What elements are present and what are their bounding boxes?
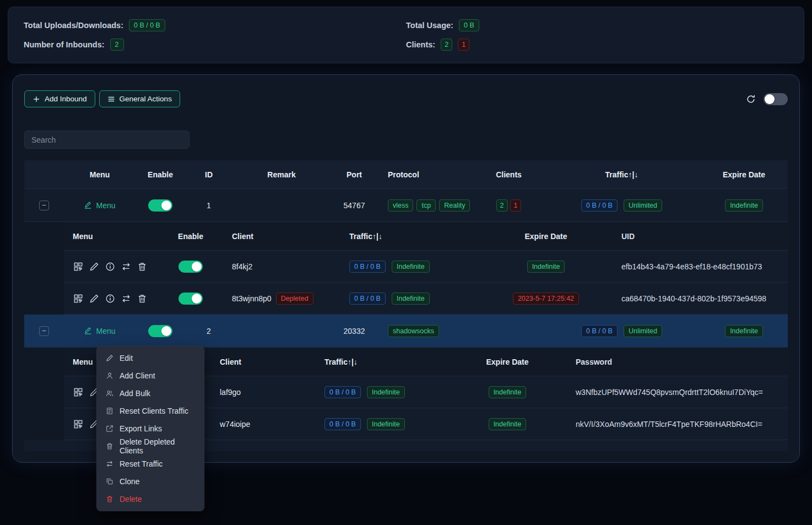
- header-traffic-sort[interactable]: Traffic↑|↓: [543, 160, 700, 188]
- inbound-menu-button[interactable]: Menu: [84, 327, 115, 335]
- traffic-limit-badge: Unlimited: [624, 199, 662, 212]
- enable-cell: [166, 283, 215, 314]
- header-traffic-sort[interactable]: Traffic↑|↓: [315, 348, 452, 376]
- info-icon[interactable]: [105, 261, 116, 273]
- clients-cell: 2 1: [474, 189, 543, 221]
- inbound-menu-button[interactable]: Menu: [84, 201, 115, 210]
- clients-depleted-badge: 1: [458, 39, 469, 51]
- qr-code-icon[interactable]: [73, 418, 84, 430]
- menu-item-reset-traffic[interactable]: Reset Traffic: [96, 455, 204, 473]
- menu-item-edit[interactable]: Edit: [96, 349, 204, 367]
- password-cell: w3NfbzUPf5WWd745Q8pvsmQrdrttT2lO6knuI7Di…: [562, 376, 788, 408]
- traffic-value-badge: 0 B / 0 B: [324, 418, 361, 430]
- clients-total-badge: 2: [496, 199, 508, 212]
- client-name-cell: 8t3wjnn8p0 Depleted: [215, 283, 334, 314]
- expire-badge: Indefinite: [725, 325, 763, 337]
- enable-toggle[interactable]: [148, 199, 172, 212]
- clients-depleted-badge: 1: [510, 199, 522, 212]
- add-inbound-button[interactable]: Add Inbound: [24, 90, 95, 107]
- reset-traffic-icon[interactable]: [121, 293, 132, 305]
- menu-item-export-links[interactable]: Export Links: [96, 420, 204, 437]
- xui-panel-page: Total Uploads/Downloads: 0 B / 0 B Total…: [0, 7, 812, 463]
- menu-item-label: Add Client: [120, 371, 155, 380]
- inbound-row: − Menu 1 54767 vless tcp Reality: [24, 189, 788, 222]
- clients-cell: [474, 315, 543, 347]
- protocol-badge: shadowsocks: [388, 325, 439, 337]
- traffic-cell: 0 B / 0 B Indefinite: [334, 251, 483, 282]
- traffic-limit-badge: Indefinite: [392, 261, 430, 273]
- delete-client-icon[interactable]: [137, 261, 148, 273]
- menu-item-add-bulk[interactable]: Add Bulk: [96, 385, 204, 402]
- delete-depleted-clients-icon: [106, 442, 113, 450]
- header-traffic-sort[interactable]: Traffic↑|↓: [334, 222, 483, 250]
- general-actions-label: General Actions: [120, 95, 172, 103]
- client-actions-cell: [64, 251, 166, 282]
- client-name: 8f4kj2: [232, 262, 252, 271]
- remark-cell: [232, 315, 331, 347]
- menu-item-delete-depleted-clients[interactable]: Delete Depleted Clients: [96, 437, 204, 455]
- search-input[interactable]: [24, 131, 190, 149]
- uploads-downloads-label: Total Uploads/Downloads:: [24, 21, 123, 30]
- menu-bars-icon: [107, 95, 115, 103]
- client-table-vless: Menu Enable Client Traffic↑|↓ Expire Dat…: [64, 222, 788, 315]
- client-name-cell: 8f4kj2: [215, 251, 334, 282]
- id-cell: 2: [185, 315, 232, 347]
- client-name: 8t3wjnn8p0: [232, 294, 272, 303]
- expire-cell: Indefinite: [700, 189, 788, 221]
- traffic-value-badge: 0 B / 0 B: [581, 199, 618, 212]
- remark-cell: [232, 189, 331, 221]
- menu-cell: Menu: [64, 189, 136, 221]
- stat-clients: Clients: 2 1: [406, 39, 788, 51]
- edit-client-icon[interactable]: [89, 293, 100, 305]
- add-inbound-label: Add Inbound: [45, 95, 87, 103]
- theme-toggle[interactable]: [764, 93, 788, 105]
- header-enable: Enable: [136, 160, 185, 188]
- client-name: laf9go: [220, 388, 241, 397]
- header-clients: Clients: [474, 160, 543, 188]
- traffic-limit-badge: Indefinite: [367, 418, 405, 430]
- enable-cell: [136, 315, 185, 347]
- traffic-cell: 0 B / 0 B Unlimited: [543, 189, 700, 221]
- collapse-row-button[interactable]: −: [39, 326, 49, 336]
- header-remark: Remark: [232, 160, 331, 188]
- collapse-row-button[interactable]: −: [39, 201, 49, 210]
- reset-traffic-icon[interactable]: [121, 261, 132, 273]
- menu-item-label: Clone: [120, 477, 140, 486]
- qr-code-icon[interactable]: [73, 386, 84, 398]
- edit-client-icon[interactable]: [89, 261, 100, 273]
- clients-count-label: Clients:: [406, 40, 435, 49]
- traffic-cell: 0 B / 0 B Indefinite: [334, 283, 483, 314]
- enable-cell: [166, 251, 215, 282]
- refresh-icon[interactable]: [746, 94, 756, 104]
- edit-pencil-icon: [84, 327, 92, 335]
- client-enable-toggle[interactable]: [178, 261, 203, 273]
- header-password: Password: [562, 348, 788, 376]
- menu-item-add-client[interactable]: Add Client: [96, 367, 204, 385]
- menu-item-label: Delete Depleted Clients: [120, 437, 195, 455]
- menu-item-clone[interactable]: Clone: [96, 473, 204, 490]
- stat-number-of-inbounds: Number of Inbounds: 2: [24, 39, 406, 51]
- menu-item-delete[interactable]: Delete: [96, 490, 204, 508]
- general-actions-button[interactable]: General Actions: [99, 90, 180, 107]
- delete-icon: [106, 495, 113, 503]
- info-icon[interactable]: [105, 293, 116, 305]
- overview-stats-card: Total Uploads/Downloads: 0 B / 0 B Total…: [8, 7, 804, 63]
- protocol-badge: tcp: [416, 199, 436, 212]
- enable-toggle[interactable]: [148, 325, 172, 337]
- plus-icon: [33, 95, 40, 103]
- inbound-menu-label: Menu: [96, 201, 115, 210]
- protocol-badge: vless: [388, 199, 413, 212]
- qr-code-icon[interactable]: [73, 293, 84, 305]
- client-name: w74ioipe: [220, 420, 250, 429]
- header-expire-date: Expire Date: [483, 222, 609, 250]
- menu-item-reset-clients-traffic[interactable]: Reset Clients Traffic: [96, 402, 204, 420]
- qr-code-icon[interactable]: [73, 261, 84, 273]
- edit-pencil-icon: [84, 201, 92, 209]
- header-port: Port: [331, 160, 378, 188]
- delete-client-icon[interactable]: [137, 293, 148, 305]
- inbound-actions-menu: Edit Add Client Add Bulk Reset Clients T…: [96, 346, 204, 511]
- edit-icon: [106, 354, 113, 362]
- menu-cell: Menu: [64, 315, 136, 347]
- client-enable-toggle[interactable]: [178, 293, 203, 305]
- id-cell: 1: [185, 189, 232, 221]
